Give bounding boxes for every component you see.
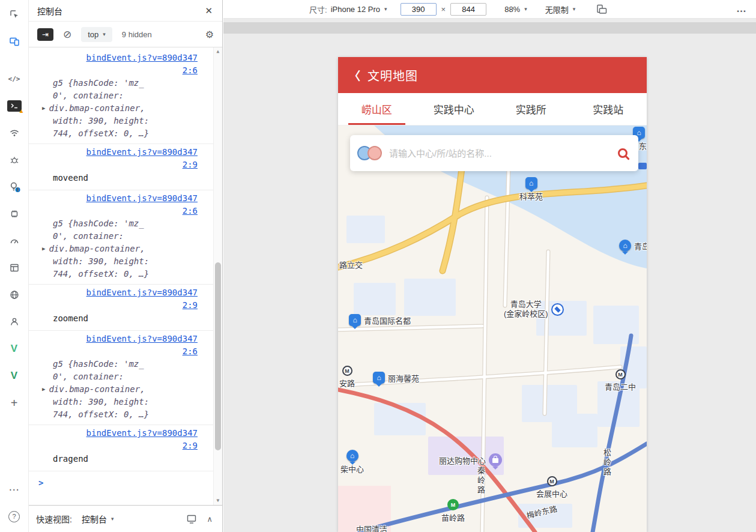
back-icon[interactable]: 〈 bbox=[349, 67, 360, 83]
metro-station-icon-green[interactable]: M bbox=[447, 499, 459, 510]
accessibility-icon[interactable] bbox=[5, 312, 24, 331]
expand-arrow-icon[interactable]: ▶ bbox=[42, 243, 45, 255]
console-icon[interactable]: ▲ bbox=[5, 96, 24, 115]
search-bar bbox=[350, 135, 638, 171]
poi-university[interactable]: 青岛大学 (金家岭校区) bbox=[504, 300, 564, 319]
tab-laoshan[interactable]: 崂山区 bbox=[338, 93, 416, 125]
help-icon[interactable]: ? bbox=[5, 507, 24, 526]
canvas-strip bbox=[223, 22, 756, 34]
device-emulation-icon[interactable] bbox=[5, 32, 24, 51]
source-link[interactable]: bindEvent.js?v=890d347 2:6 bbox=[53, 333, 198, 358]
console-log-entry: bindEvent.js?v=890d347 2:9 dragend bbox=[29, 425, 213, 471]
more-options-icon[interactable]: ⋯ bbox=[5, 480, 24, 499]
gear-icon[interactable]: ⚙ bbox=[205, 29, 214, 40]
performance-icon[interactable] bbox=[5, 231, 24, 250]
more-options-icon[interactable]: … bbox=[736, 3, 746, 15]
source-link[interactable]: bindEvent.js?v=890d347 2:9 bbox=[53, 146, 198, 171]
poi-lihai[interactable]: ⌂ 丽海馨苑 bbox=[373, 372, 419, 384]
chevron-down-icon: ▾ bbox=[103, 31, 106, 37]
vue-devtools-icon[interactable]: V bbox=[5, 339, 24, 358]
context-selector[interactable]: top ▾ bbox=[81, 27, 112, 42]
expand-arrow-icon[interactable]: ▶ bbox=[42, 102, 45, 115]
poi-kecuiyuan[interactable]: ⌂ 科萃苑 bbox=[519, 177, 543, 202]
clear-console-icon[interactable]: ⊘ bbox=[63, 28, 71, 41]
poi-erzhong[interactable]: M 青岛二中 bbox=[605, 369, 636, 392]
vue-devtools-icon-2[interactable]: V bbox=[5, 366, 24, 385]
console-sidebar-icon[interactable]: ⇥ bbox=[37, 28, 53, 41]
metro-station-icon[interactable]: M bbox=[342, 366, 352, 376]
width-input[interactable] bbox=[401, 3, 437, 16]
console-messages[interactable]: bindEvent.js?v=890d347 2:6 g5 {hashCode:… bbox=[29, 47, 222, 505]
console-prompt[interactable]: > bbox=[29, 471, 213, 489]
shopping-marker-icon[interactable] bbox=[489, 453, 502, 467]
inspect-icon[interactable] bbox=[5, 5, 24, 24]
zoom-select[interactable]: 88% ▾ bbox=[504, 5, 527, 14]
road-label-songling: 松岭路 bbox=[601, 449, 612, 477]
community-marker-icon[interactable]: ⌂ bbox=[349, 314, 361, 326]
console-scrollbar[interactable]: ▲ ▼ bbox=[213, 47, 222, 505]
scroll-down-icon[interactable]: ▼ bbox=[214, 497, 222, 505]
context-selector-label: top bbox=[88, 30, 98, 39]
debugger-icon[interactable] bbox=[5, 150, 24, 169]
poi-chai-center[interactable]: ⌂ 柴中心 bbox=[340, 450, 364, 474]
poi-mingdu[interactable]: ⌂ 青岛国际名都 bbox=[349, 314, 411, 326]
road-label-qinling: 秦岭路 bbox=[475, 467, 486, 495]
search-icon[interactable] bbox=[618, 148, 627, 158]
source-link[interactable]: bindEvent.js?v=890d347 2:9 bbox=[53, 286, 198, 312]
globe-icon[interactable] bbox=[5, 285, 24, 304]
tab-practice-center[interactable]: 实践中心 bbox=[416, 93, 493, 125]
mascot-icon bbox=[357, 146, 382, 160]
metro-station-icon[interactable]: M bbox=[615, 369, 626, 379]
console-panel: 控制台 ✕ ⇥ ⊘ top ▾ 9 hidden ⚙ bindEvent.js?… bbox=[29, 0, 223, 532]
network-icon[interactable] bbox=[5, 123, 24, 142]
chevron-up-icon[interactable]: ∧ bbox=[207, 515, 213, 524]
object-preview: g5 {hashCode: 'mz_ 0', container: ▶ div.… bbox=[53, 77, 198, 140]
quick-view-selector[interactable]: 控制台 ▾ bbox=[82, 513, 114, 525]
poi-huizhan[interactable]: M 会展中心 bbox=[536, 476, 567, 499]
log-text: moveend bbox=[53, 171, 198, 186]
scrollbar-thumb[interactable] bbox=[215, 262, 221, 450]
community-marker-icon[interactable]: ⌂ bbox=[346, 450, 358, 462]
clipped-road-sign bbox=[638, 163, 647, 169]
university-marker-icon[interactable] bbox=[551, 303, 564, 316]
scroll-up-icon[interactable]: ▲ bbox=[214, 47, 222, 56]
expand-arrow-icon[interactable]: ▶ bbox=[42, 383, 45, 396]
chevron-down-icon: ▾ bbox=[111, 516, 114, 522]
community-marker-icon[interactable]: ⌂ bbox=[525, 177, 537, 189]
tab-practice-station[interactable]: 实践所 bbox=[492, 93, 570, 125]
poi-qingdao[interactable]: ⌂ 青岛 bbox=[619, 240, 647, 252]
poi-anlu[interactable]: M 安路 bbox=[339, 366, 355, 388]
metro-station-icon[interactable]: M bbox=[547, 476, 557, 486]
device-toolbar: 尺寸: iPhone 12 Pro ▾ × 88% ▾ 无限制 ▾ … bbox=[223, 0, 756, 19]
rotate-icon[interactable] bbox=[596, 4, 607, 15]
device-preview-icon[interactable] bbox=[186, 513, 197, 524]
tab-practice-post[interactable]: 实践站 bbox=[570, 93, 647, 125]
tab-bar: 崂山区 实践中心 实践所 实践站 bbox=[338, 93, 647, 125]
device-select[interactable]: iPhone 12 Pro ▾ bbox=[331, 5, 387, 14]
app-title: 文明地图 bbox=[367, 67, 418, 84]
throttle-select[interactable]: 无限制 ▾ bbox=[545, 4, 576, 15]
map-canvas bbox=[338, 125, 647, 532]
search-input[interactable] bbox=[389, 148, 611, 159]
console-log-entry: bindEvent.js?v=890d347 2:6 g5 {hashCode:… bbox=[29, 190, 213, 285]
memory-icon[interactable] bbox=[5, 204, 24, 223]
community-marker-icon[interactable]: ⌂ bbox=[373, 372, 385, 384]
community-marker-icon[interactable]: ⌂ bbox=[619, 240, 631, 252]
elements-icon[interactable]: </> bbox=[5, 69, 24, 88]
map[interactable]: ⌂ 科萃苑 ⌂ 青岛 路立交 青岛大学 (金家岭校区) ⌂ bbox=[338, 125, 647, 532]
more-tools-icon[interactable]: + bbox=[5, 393, 24, 413]
source-link[interactable]: bindEvent.js?v=890d347 2:9 bbox=[53, 427, 198, 452]
issues-icon[interactable]: i bbox=[5, 177, 24, 196]
console-header: 控制台 ✕ bbox=[29, 0, 222, 22]
close-icon[interactable]: ✕ bbox=[205, 5, 213, 16]
source-link[interactable]: bindEvent.js?v=890d347 2:6 bbox=[53, 192, 198, 217]
console-log-entry: bindEvent.js?v=890d347 2:9 moveend bbox=[29, 144, 213, 190]
application-icon[interactable] bbox=[5, 258, 24, 277]
height-input[interactable] bbox=[450, 3, 486, 16]
poi-lida[interactable]: 丽达购物中心 bbox=[439, 453, 502, 467]
console-title: 控制台 bbox=[37, 5, 62, 17]
poi-miaoling[interactable]: M 苗岭路 bbox=[441, 499, 465, 523]
console-toolbar: ⇥ ⊘ top ▾ 9 hidden ⚙ bbox=[29, 22, 222, 47]
dimensions-label: 尺寸: bbox=[309, 4, 327, 15]
source-link[interactable]: bindEvent.js?v=890d347 2:6 bbox=[53, 52, 198, 77]
